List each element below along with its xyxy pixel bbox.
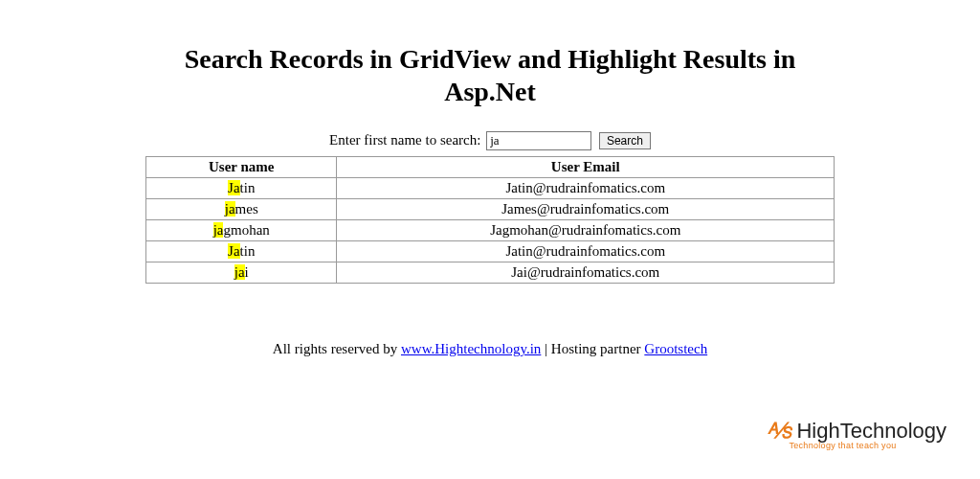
col-header-username: User name — [146, 157, 337, 178]
name-rest: i — [245, 264, 249, 280]
cell-email: James@rudrainfomatics.com — [337, 199, 835, 220]
table-row: james James@rudrainfomatics.com — [146, 199, 835, 220]
name-rest: tin — [240, 243, 256, 259]
col-header-useremail: User Email — [337, 157, 835, 178]
logo: ⅍HighTechnology Technology that teach yo… — [768, 421, 947, 450]
table-row: jagmohan Jagmohan@rudrainfomatics.com — [146, 220, 835, 241]
cell-email: Jagmohan@rudrainfomatics.com — [337, 220, 835, 241]
logo-accent-icon: ⅍ — [768, 419, 792, 443]
search-input[interactable] — [486, 131, 591, 150]
highlight: ja — [213, 222, 224, 238]
highlight: ja — [225, 201, 235, 217]
cell-username: Jatin — [146, 178, 337, 199]
search-label: Enter first name to search: — [329, 132, 480, 148]
highlight: Ja — [228, 243, 240, 259]
cell-username: jagmohan — [146, 220, 337, 241]
name-rest: gmohan — [223, 222, 269, 238]
search-button[interactable]: Search — [599, 132, 651, 149]
cell-email: Jatin@rudrainfomatics.com — [337, 241, 835, 262]
cell-email: Jatin@rudrainfomatics.com — [337, 178, 835, 199]
table-row: Jatin Jatin@rudrainfomatics.com — [146, 241, 835, 262]
name-rest: tin — [240, 180, 256, 195]
cell-username: james — [146, 199, 337, 220]
name-rest: mes — [235, 201, 258, 217]
highlight: Ja — [228, 180, 240, 195]
table-row: jai Jai@rudrainfomatics.com — [146, 262, 835, 284]
logo-tagline: Technology that teach you — [789, 442, 947, 450]
footer-link-hightechnology[interactable]: www.Hightechnology.in — [401, 341, 541, 356]
footer-text: All rights reserved by www.Hightechnolog… — [145, 341, 835, 357]
cell-email: Jai@rudrainfomatics.com — [337, 262, 835, 284]
logo-main: ⅍HighTechnology — [768, 421, 947, 442]
cell-username: jai — [146, 262, 337, 284]
footer-mid: | Hosting partner — [541, 341, 644, 356]
highlight: ja — [234, 264, 245, 280]
search-row: Enter first name to search: Search — [145, 131, 835, 150]
table-header-row: User name User Email — [146, 157, 835, 178]
footer-prefix: All rights reserved by — [273, 341, 401, 356]
cell-username: Jatin — [146, 241, 337, 262]
page-title: Search Records in GridView and Highlight… — [145, 43, 835, 107]
footer-link-grootstech[interactable]: Grootstech — [644, 341, 707, 356]
logo-text: HighTechnology — [796, 419, 947, 443]
table-row: Jatin Jatin@rudrainfomatics.com — [146, 178, 835, 199]
results-table: User name User Email Jatin Jatin@rudrain… — [145, 156, 835, 284]
